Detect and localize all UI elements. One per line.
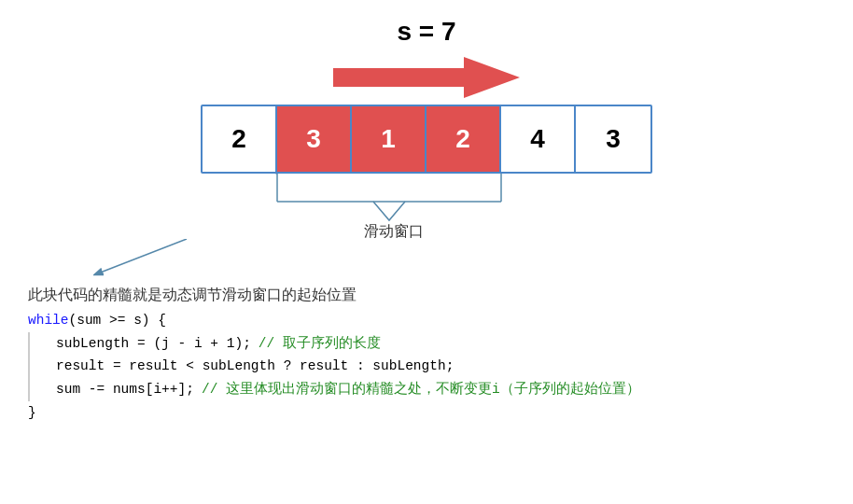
cell-3: 2: [426, 106, 501, 172]
indent-4: [28, 378, 47, 401]
bracket-svg: [0, 174, 853, 248]
code-line-4: sum -= nums[i++]; // 这里体现出滑动窗口的精髓之处，不断变更…: [28, 378, 853, 401]
title: s = 7: [0, 0, 853, 47]
svg-line-5: [103, 239, 187, 272]
diagonal-arrow-svg: [93, 239, 327, 276]
bracket-area: 滑动窗口: [0, 174, 853, 248]
array-container: 2 3 1 2 4 3: [0, 105, 853, 174]
code-line-3-code: result = result < subLength ? result : s…: [56, 355, 454, 378]
code-line-2-code: subLength = (j - i + 1);: [56, 332, 251, 356]
indent-2: [28, 332, 47, 356]
right-arrow-icon: [333, 54, 520, 101]
code-line-5: }: [28, 401, 853, 425]
cell-4: 4: [501, 106, 576, 172]
code-line-4-comment: // 这里体现出滑动窗口的精髓之处，不断变更i（子序列的起始位置）: [202, 378, 640, 401]
cell-5: 3: [576, 106, 650, 172]
svg-marker-0: [333, 57, 520, 98]
array-wrapper: 2 3 1 2 4 3: [201, 105, 652, 174]
indent-3: [28, 355, 47, 378]
code-line-4-code: sum -= nums[i++];: [56, 378, 194, 401]
code-block: while (sum >= s) { subLength = (j - i + …: [28, 309, 853, 424]
cell-0: 2: [203, 106, 277, 172]
code-line-2: subLength = (j - i + 1); // 取子序列的长度: [28, 332, 853, 356]
code-line-1-rest: (sum >= s) {: [69, 309, 166, 332]
code-line-2-comment: // 取子序列的长度: [259, 332, 381, 356]
keyword-while: while: [28, 309, 69, 332]
code-line-1: while (sum >= s) {: [28, 309, 853, 332]
cell-2: 1: [352, 106, 426, 172]
description-text: 此块代码的精髓就是动态调节滑动窗口的起始位置: [28, 286, 853, 305]
cell-1: 3: [277, 106, 352, 172]
arrow-container: [0, 54, 853, 101]
closing-brace: }: [28, 401, 36, 425]
code-line-3: result = result < subLength ? result : s…: [28, 355, 853, 378]
